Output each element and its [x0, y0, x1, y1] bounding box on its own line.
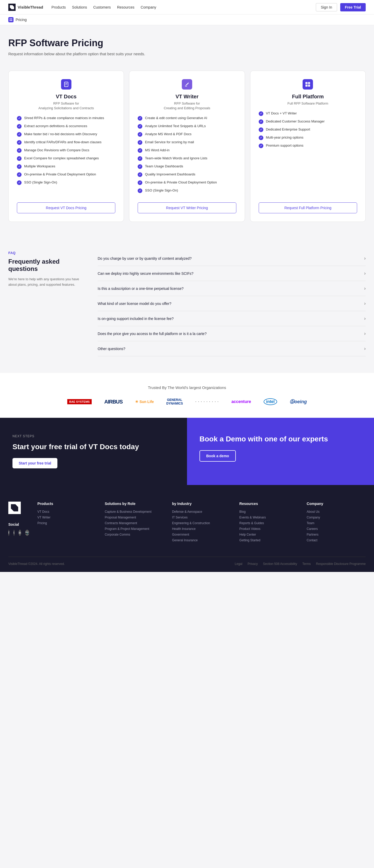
footer-link-proposal[interactable]: Proposal Management	[105, 516, 164, 519]
footer-accessibility[interactable]: Section 508 Accessibility	[263, 562, 297, 566]
footer-link-capture[interactable]: Capture & Business Development	[105, 510, 164, 514]
nav-company[interactable]: Company	[141, 5, 156, 9]
page-title: RFP Software Pricing	[8, 38, 366, 49]
book-demo-button[interactable]: Book a demo	[199, 450, 236, 462]
faq-item-2[interactable]: Can we deploy into highly secure environ…	[98, 266, 366, 281]
instagram-icon[interactable]: 📷	[25, 530, 29, 536]
request-platform-pricing-button[interactable]: Request Full Platform Pricing	[259, 203, 357, 213]
footer-link-it[interactable]: IT Services	[172, 516, 231, 519]
footer: Social f t in 📷 Products VT Docs VT Writ…	[0, 485, 374, 572]
logo-airbus: AIRBUS	[104, 399, 123, 405]
linkedin-icon[interactable]: in	[19, 530, 21, 536]
footer-link-events[interactable]: Events & Webinars	[239, 516, 298, 519]
check-icon	[138, 132, 142, 137]
footer-link-vt-writer[interactable]: VT Writer	[37, 516, 96, 519]
footer-link-corporate[interactable]: Corporate Comms	[105, 533, 164, 536]
check-icon	[138, 172, 142, 177]
svg-rect-5	[65, 83, 67, 84]
faq-question-3: Is this a subscription or a one-time per…	[98, 286, 183, 291]
freetrial-nav-button[interactable]: Free Trial	[340, 3, 366, 11]
footer-link-government[interactable]: Government	[172, 533, 231, 536]
footer-link-contact[interactable]: Contact	[307, 538, 366, 542]
logo-leidos: · · · · · · · · ·	[195, 400, 219, 404]
chevron-down-icon: ›	[364, 331, 366, 336]
logo[interactable]: VisibleThread	[8, 4, 43, 11]
footer-link-getting-started[interactable]: Getting Started	[239, 538, 298, 542]
footer-link-engineering[interactable]: Engineering & Construction	[172, 521, 231, 525]
footer-link-about[interactable]: About Us	[307, 510, 366, 514]
faq-question-2: Can we deploy into highly secure environ…	[98, 272, 194, 276]
svg-rect-12	[308, 85, 310, 87]
check-icon	[17, 156, 22, 161]
signin-button[interactable]: Sign In	[316, 3, 337, 11]
request-writer-pricing-button[interactable]: Request VT Writer Pricing	[138, 203, 236, 213]
footer-legal[interactable]: Legal	[235, 562, 242, 566]
footer-resources-title: Resources	[239, 502, 298, 506]
nav-solutions[interactable]: Solutions	[72, 5, 87, 9]
faq-item-4[interactable]: What kind of user license model do you o…	[98, 296, 366, 311]
logo-icon	[8, 4, 16, 11]
faq-item-1[interactable]: Do you charge by user or by quantity of …	[98, 251, 366, 266]
nav-resources[interactable]: Resources	[117, 5, 135, 9]
check-icon	[17, 116, 22, 121]
list-item: Extract acronym definitions & occurrence…	[17, 124, 115, 129]
list-item: Multiple Workspaces	[17, 164, 115, 169]
nav-customers[interactable]: Customers	[93, 5, 111, 9]
chevron-down-icon: ›	[364, 256, 366, 261]
list-item: Manage Doc Revisions with Compare Docs	[17, 148, 115, 153]
footer-link-team[interactable]: Team	[307, 521, 366, 525]
footer-link-help[interactable]: Help Center	[239, 533, 298, 536]
footer-terms[interactable]: Terms	[302, 562, 311, 566]
cta-left-title: Start your free trial of VT Docs today	[12, 442, 175, 452]
faq-item-7[interactable]: Other questions? ›	[98, 341, 366, 356]
list-item: Email Service for scoring by mail	[138, 140, 236, 145]
start-trial-button[interactable]: Start your free trial	[12, 458, 57, 468]
logo-sunlife: ☀ Sun Life	[135, 400, 154, 404]
footer-link-partners[interactable]: Partners	[307, 533, 366, 536]
footer-industry-title: by Industry	[172, 502, 231, 506]
list-item: Dedicated Enterprise Support	[259, 127, 357, 132]
list-item: Analyze Unlimited Text Snippets & URLs	[138, 124, 236, 129]
footer-disclosure[interactable]: Responsible Disclosure Programme	[316, 562, 366, 566]
facebook-icon[interactable]: f	[8, 530, 9, 536]
footer-link-contracts[interactable]: Contracts Management	[105, 521, 164, 525]
footer-link-program[interactable]: Program & Project Management	[105, 527, 164, 531]
footer-link-defense[interactable]: Defense & Aerospace	[172, 510, 231, 514]
footer-link-health[interactable]: Health Insurance	[172, 527, 231, 531]
faq-sidebar: FAQ Frequently asked questions We're her…	[8, 251, 81, 356]
faq-item-6[interactable]: Does the price give you access to the fu…	[98, 326, 366, 341]
faq-item-5[interactable]: Is on-going support included in the lice…	[98, 311, 366, 326]
twitter-icon[interactable]: t	[13, 530, 15, 536]
faq-item-3[interactable]: Is this a subscription or a one-time per…	[98, 281, 366, 296]
footer-link-product-videos[interactable]: Product Videos	[239, 527, 298, 531]
request-docs-pricing-button[interactable]: Request VT Docs Pricing	[17, 203, 115, 213]
footer-link-pricing[interactable]: Pricing	[37, 521, 96, 525]
footer-link-insurance[interactable]: General Insurance	[172, 538, 231, 542]
logo-intel: intel	[264, 398, 278, 405]
writer-card-title: VT Writer	[138, 94, 236, 100]
platform-feature-list: VT Docs + VT Writer Dedicated Customer S…	[259, 111, 357, 196]
list-item: SSO (Single Sign-On)	[17, 180, 115, 185]
faq-question-1: Do you charge by user or by quantity of …	[98, 256, 192, 260]
check-icon	[138, 124, 142, 129]
footer-products-title: Products	[37, 502, 96, 506]
footer-link-reports[interactable]: Reports & Guides	[239, 521, 298, 525]
writer-icon	[182, 79, 192, 90]
footer-privacy[interactable]: Privacy	[248, 562, 258, 566]
svg-rect-9	[306, 82, 308, 84]
trusted-logos: BAE SYSTEMS AIRBUS ☀ Sun Life GENERALDYN…	[8, 398, 366, 405]
svg-rect-11	[306, 85, 308, 87]
logo-accenture: accenture	[231, 399, 251, 404]
nav-actions: Sign In Free Trial	[316, 3, 366, 11]
check-icon	[259, 111, 263, 116]
check-icon	[138, 180, 142, 185]
check-icon	[259, 135, 263, 140]
footer-link-blog[interactable]: Blog	[239, 510, 298, 514]
breadcrumb: Pricing	[0, 14, 374, 25]
footer-link-careers[interactable]: Careers	[307, 527, 366, 531]
footer-link-company[interactable]: Company	[307, 516, 366, 519]
nav-products[interactable]: Products	[51, 5, 66, 9]
faq-question-6: Does the price give you access to the fu…	[98, 332, 206, 336]
footer-link-vt-docs[interactable]: VT Docs	[37, 510, 96, 514]
faq-question-7: Other questions?	[98, 347, 125, 351]
